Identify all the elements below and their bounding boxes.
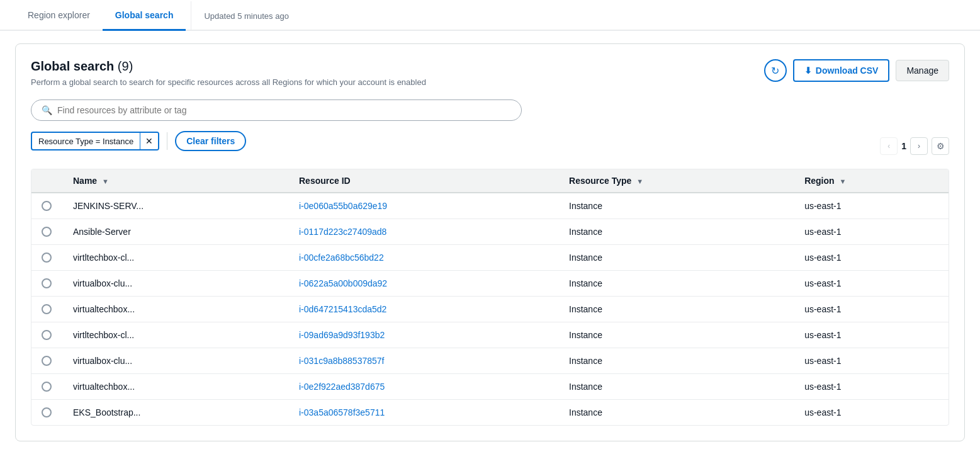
card-header: Global search (9) Perform a global searc… bbox=[31, 59, 949, 87]
row-resource-id-7[interactable]: i-0e2f922aed387d675 bbox=[289, 374, 559, 400]
row-resource-id-4[interactable]: i-0d647215413cda5d2 bbox=[289, 297, 559, 322]
row-region-3: us-east-1 bbox=[794, 271, 949, 297]
row-name-0: JENKINS-SERV... bbox=[63, 193, 289, 219]
filter-row: Resource Type = Instance ✕ Clear filters bbox=[31, 131, 246, 151]
radio-button-4[interactable] bbox=[42, 304, 52, 314]
resource-id-link-7[interactable]: i-0e2f922aed387d675 bbox=[299, 382, 385, 392]
row-resource-type-4: Instance bbox=[559, 297, 794, 322]
table-row: EKS_Bootstrap... i-03a5a06578f3e5711 Ins… bbox=[31, 400, 949, 426]
pagination-settings-button[interactable]: ⚙ bbox=[932, 137, 949, 155]
radio-button-3[interactable] bbox=[42, 278, 52, 288]
card-title-text: Global search bbox=[31, 59, 114, 73]
table-header-resource-type[interactable]: Resource Type ▼ bbox=[559, 169, 794, 193]
row-select-6[interactable] bbox=[31, 348, 63, 374]
refresh-icon: ↻ bbox=[771, 65, 779, 77]
row-region-5: us-east-1 bbox=[794, 322, 949, 348]
card-subtitle: Perform a global search to search for sp… bbox=[31, 77, 426, 87]
radio-button-5[interactable] bbox=[42, 330, 52, 340]
row-region-2: us-east-1 bbox=[794, 245, 949, 271]
row-region-7: us-east-1 bbox=[794, 374, 949, 400]
row-select-7[interactable] bbox=[31, 374, 63, 400]
row-resource-type-5: Instance bbox=[559, 322, 794, 348]
updated-timestamp: Updated 5 minutes ago bbox=[191, 1, 301, 30]
row-resource-id-2[interactable]: i-00cfe2a68bc56bd22 bbox=[289, 245, 559, 271]
card-title: Global search (9) bbox=[31, 59, 426, 74]
table-header-resource-id: Resource ID bbox=[289, 169, 559, 193]
filter-tag-close-button[interactable]: ✕ bbox=[140, 133, 158, 149]
row-resource-type-7: Instance bbox=[559, 374, 794, 400]
filter-tag-text: Resource Type = Instance bbox=[32, 133, 140, 149]
radio-button-2[interactable] bbox=[42, 253, 52, 263]
refresh-button[interactable]: ↻ bbox=[764, 59, 787, 82]
download-csv-button[interactable]: ⬇ Download CSV bbox=[793, 59, 890, 82]
row-resource-type-3: Instance bbox=[559, 271, 794, 297]
radio-button-6[interactable] bbox=[42, 356, 52, 366]
resource-id-link-2[interactable]: i-00cfe2a68bc56bd22 bbox=[299, 253, 384, 263]
table-row: virtualbox-clu... i-0622a5a00b009da92 In… bbox=[31, 271, 949, 297]
table-row: Ansible-Server i-0117d223c27409ad8 Insta… bbox=[31, 219, 949, 245]
pagination-row: ‹ 1 › ⚙ bbox=[880, 137, 949, 155]
row-resource-id-0[interactable]: i-0e060a55b0a629e19 bbox=[289, 193, 559, 219]
row-select-8[interactable] bbox=[31, 400, 63, 426]
row-select-3[interactable] bbox=[31, 271, 63, 297]
search-input[interactable] bbox=[57, 105, 511, 115]
manage-button[interactable]: Manage bbox=[896, 60, 949, 81]
table-row: virtltechbox-cl... i-00cfe2a68bc56bd22 I… bbox=[31, 245, 949, 271]
row-select-2[interactable] bbox=[31, 245, 63, 271]
resource-id-link-8[interactable]: i-03a5a06578f3e5711 bbox=[299, 407, 385, 417]
sort-icon-region: ▼ bbox=[840, 178, 847, 185]
table-row: JENKINS-SERV... i-0e060a55b0a629e19 Inst… bbox=[31, 193, 949, 219]
row-region-1: us-east-1 bbox=[794, 219, 949, 245]
row-resource-type-6: Instance bbox=[559, 348, 794, 374]
resource-id-link-0[interactable]: i-0e060a55b0a629e19 bbox=[299, 201, 387, 211]
row-name-8: EKS_Bootstrap... bbox=[63, 400, 289, 426]
row-region-8: us-east-1 bbox=[794, 400, 949, 426]
tab-region-explorer[interactable]: Region explorer bbox=[15, 0, 103, 31]
table-header-name[interactable]: Name ▼ bbox=[63, 169, 289, 193]
row-resource-id-5[interactable]: i-09ad69a9d93f193b2 bbox=[289, 322, 559, 348]
row-select-1[interactable] bbox=[31, 219, 63, 245]
pagination-current: 1 bbox=[901, 141, 906, 151]
row-resource-id-3[interactable]: i-0622a5a00b009da92 bbox=[289, 271, 559, 297]
table-header-row: Name ▼ Resource ID Resource Type ▼ bbox=[31, 169, 949, 193]
pagination-prev-button[interactable]: ‹ bbox=[880, 137, 898, 155]
row-select-0[interactable] bbox=[31, 193, 63, 219]
resource-id-link-5[interactable]: i-09ad69a9d93f193b2 bbox=[299, 330, 385, 340]
resource-id-link-4[interactable]: i-0d647215413cda5d2 bbox=[299, 304, 386, 314]
resource-id-link-3[interactable]: i-0622a5a00b009da92 bbox=[299, 278, 387, 288]
resource-id-link-6[interactable]: i-031c9a8b88537857f bbox=[299, 356, 384, 366]
row-name-2: virtltechbox-cl... bbox=[63, 245, 289, 271]
row-resource-id-1[interactable]: i-0117d223c27409ad8 bbox=[289, 219, 559, 245]
row-region-0: us-east-1 bbox=[794, 193, 949, 219]
download-icon: ⬇ bbox=[804, 65, 812, 76]
table-row: virtualtechbox... i-0e2f922aed387d675 In… bbox=[31, 374, 949, 400]
pagination-next-button[interactable]: › bbox=[910, 137, 928, 155]
table-body: JENKINS-SERV... i-0e060a55b0a629e19 Inst… bbox=[31, 193, 949, 425]
row-name-6: virtualbox-clu... bbox=[63, 348, 289, 374]
search-container: 🔍 bbox=[31, 99, 949, 121]
row-select-4[interactable] bbox=[31, 297, 63, 322]
row-resource-type-0: Instance bbox=[559, 193, 794, 219]
radio-button-7[interactable] bbox=[42, 382, 52, 392]
filter-tag: Resource Type = Instance ✕ bbox=[31, 132, 159, 150]
radio-button-8[interactable] bbox=[42, 407, 52, 417]
table-header-region[interactable]: Region ▼ bbox=[794, 169, 949, 193]
card-count: (9) bbox=[118, 59, 133, 73]
resource-id-link-1[interactable]: i-0117d223c27409ad8 bbox=[299, 227, 386, 237]
table-col-resource-type-label: Resource Type bbox=[569, 176, 631, 186]
row-resource-type-1: Instance bbox=[559, 219, 794, 245]
radio-button-0[interactable] bbox=[42, 201, 52, 211]
radio-button-1[interactable] bbox=[42, 227, 52, 237]
download-label: Download CSV bbox=[816, 65, 879, 76]
table-row: virtualbox-clu... i-031c9a8b88537857f In… bbox=[31, 348, 949, 374]
sort-icon-resource-type: ▼ bbox=[636, 178, 643, 185]
tab-global-search[interactable]: Global search bbox=[103, 0, 186, 31]
row-name-7: virtualtechbox... bbox=[63, 374, 289, 400]
filter-pagination-row: Resource Type = Instance ✕ Clear filters… bbox=[31, 131, 949, 164]
row-resource-type-2: Instance bbox=[559, 245, 794, 271]
tab-bar: Region explorer Global search Updated 5 … bbox=[0, 0, 980, 31]
row-resource-id-8[interactable]: i-03a5a06578f3e5711 bbox=[289, 400, 559, 426]
clear-filters-button[interactable]: Clear filters bbox=[175, 131, 246, 151]
row-resource-id-6[interactable]: i-031c9a8b88537857f bbox=[289, 348, 559, 374]
row-select-5[interactable] bbox=[31, 322, 63, 348]
